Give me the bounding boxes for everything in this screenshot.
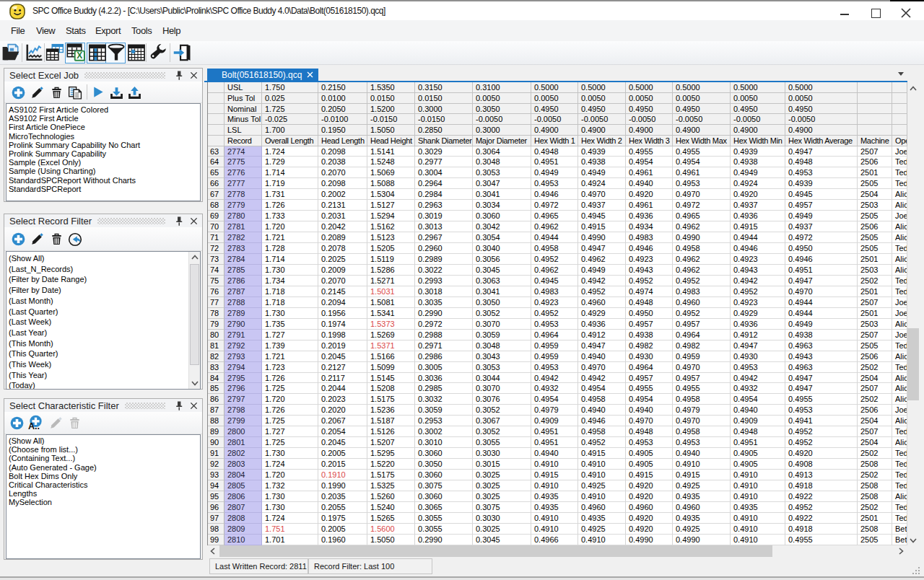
svg-text:X: X	[77, 50, 82, 61]
svg-text:A..: A..	[28, 421, 40, 431]
